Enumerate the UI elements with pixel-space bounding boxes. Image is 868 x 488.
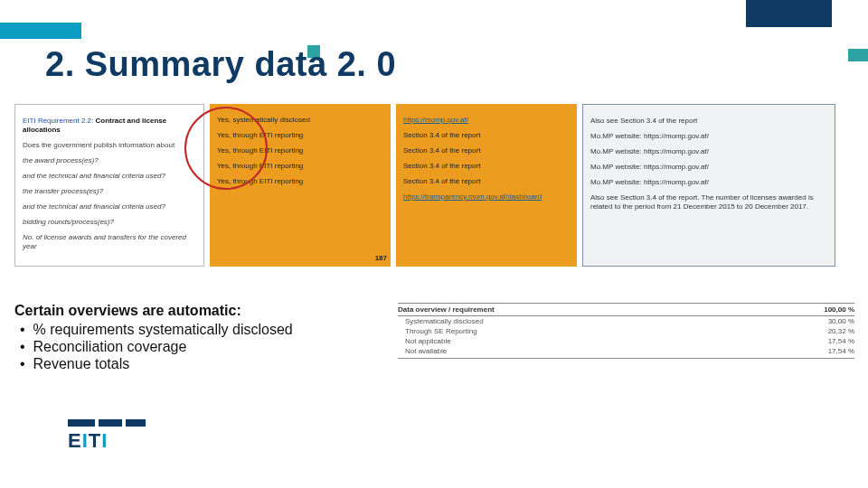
note-row: Also see Section 3.4 of the report xyxy=(590,117,827,126)
overview-row: Not available 17,54 % xyxy=(398,346,854,356)
logo-text: EITI xyxy=(68,429,154,453)
question-row: the award process(es)? xyxy=(23,156,196,165)
overview-header-right: 100,00 % xyxy=(791,305,854,314)
overview-header: Data overview / requirement 100,00 % xyxy=(398,303,854,316)
bullet-item: • Reconciliation coverage xyxy=(20,339,293,355)
source-ref: Section 3.4 of the report xyxy=(403,177,570,186)
overview-rule xyxy=(398,358,854,359)
overview-table: Data overview / requirement 100,00 % Sys… xyxy=(398,303,854,359)
question-row: the transfer process(es)? xyxy=(23,187,196,196)
question-row: bidding rounds/process(es)? xyxy=(23,218,196,227)
note-row: Mo.MP website: https://momp.gov.af/ xyxy=(590,147,827,156)
accent-bar-right xyxy=(848,49,868,61)
bullet-text: Reconciliation coverage xyxy=(33,339,187,354)
overview-row: Through SE Reporting 20,32 % xyxy=(398,326,854,336)
answer-row: Yes, through EITI reporting xyxy=(217,131,383,140)
source-ref: Section 3.4 of the report xyxy=(403,146,570,155)
overview-value: 20,32 % xyxy=(809,327,854,335)
answer-row: Yes, through EITI reporting xyxy=(217,162,383,171)
note-row: Mo.MP website: https://momp.gov.af/ xyxy=(590,163,827,172)
overview-row: Not applicable 17,54 % xyxy=(398,336,854,346)
bullet-text: % requirements systematically disclosed xyxy=(33,322,293,337)
answer-row: Yes, through EITI reporting xyxy=(217,146,383,155)
overview-value: 17,54 % xyxy=(809,337,854,345)
question-row: and the technical and financial criteria… xyxy=(23,202,196,211)
question-row: and the technical and financial criteria… xyxy=(23,172,196,181)
bullet-item: • % requirements systematically disclose… xyxy=(20,322,293,338)
overview-value: 17,54 % xyxy=(809,347,854,355)
source-ref: Section 3.4 of the report xyxy=(403,131,570,140)
overview-value: 30,00 % xyxy=(809,317,854,325)
requirement-number: EITI Requirement 2.2: xyxy=(23,117,93,125)
overview-label: Through SE Reporting xyxy=(398,327,809,335)
answer-row: Yes, through EITI reporting xyxy=(217,177,383,186)
overview-row: Systematically disclosed 30,00 % xyxy=(398,316,854,326)
license-count: 187 xyxy=(375,254,387,263)
overview-label: Not applicable xyxy=(398,337,809,345)
eiti-logo: EITI xyxy=(68,419,154,450)
auto-overviews-heading: Certain overviews are automatic: xyxy=(14,303,293,319)
answer-row: Yes, systematically disclosed xyxy=(217,116,383,125)
note-row: Also see Section 3.4 of the report. The … xyxy=(590,193,827,211)
panel-questions: EITI Requirement 2.2: Contract and licen… xyxy=(14,104,204,267)
panel-answers: Yes, systematically disclosed Yes, throu… xyxy=(210,104,391,267)
logo-bars-icon xyxy=(68,419,154,427)
panel-questions-header: EITI Requirement 2.2: Contract and licen… xyxy=(23,117,196,135)
bullet-item: • Revenue totals xyxy=(20,356,293,372)
note-row: Mo.MP website: https://momp.gov.af/ xyxy=(590,178,827,187)
overview-label: Not available xyxy=(398,347,809,355)
panel-notes: Also see Section 3.4 of the report Mo.MP… xyxy=(582,104,835,267)
note-row: Mo.MP website: https://momp.gov.af/ xyxy=(590,132,827,141)
overview-label: Systematically disclosed xyxy=(398,317,809,325)
source-link[interactable]: https://momp.gov.af/ xyxy=(403,116,570,125)
panels-row: EITI Requirement 2.2: Contract and licen… xyxy=(9,104,859,267)
panel-questions-lead: Does the government publish information … xyxy=(23,141,196,150)
source-ref: Section 3.4 of the report xyxy=(403,162,570,171)
bullet-text: Revenue totals xyxy=(33,356,130,371)
accent-bar-navy xyxy=(746,0,832,27)
overview-header-left: Data overview / requirement xyxy=(398,305,791,314)
question-row: No. of license awards and transfers for … xyxy=(23,233,196,251)
slide-title: 2. Summary data 2. 0 xyxy=(45,45,396,84)
accent-bar-cyan xyxy=(0,23,81,39)
panel-sources: https://momp.gov.af/ Section 3.4 of the … xyxy=(396,104,577,267)
auto-overviews-block: Certain overviews are automatic: • % req… xyxy=(14,303,293,373)
source-link[interactable]: https://transparency.mom.gov.af/dashboar… xyxy=(403,192,570,202)
